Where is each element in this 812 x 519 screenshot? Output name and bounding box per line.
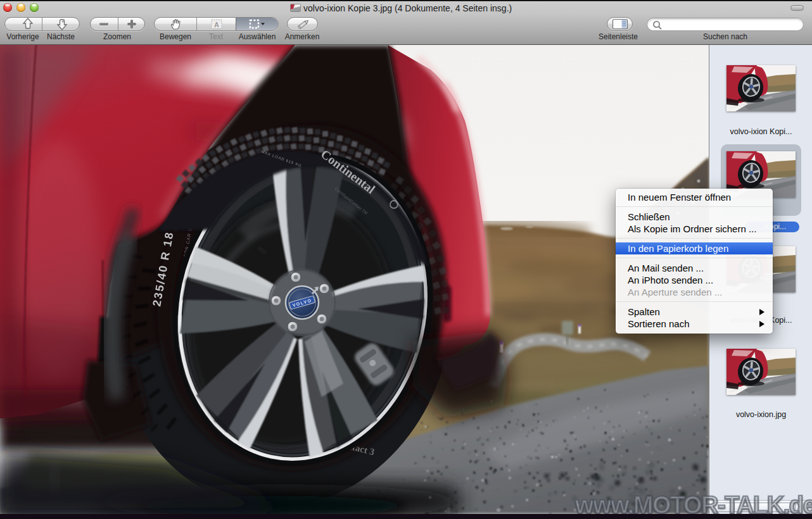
svg-text:A: A xyxy=(214,21,219,28)
